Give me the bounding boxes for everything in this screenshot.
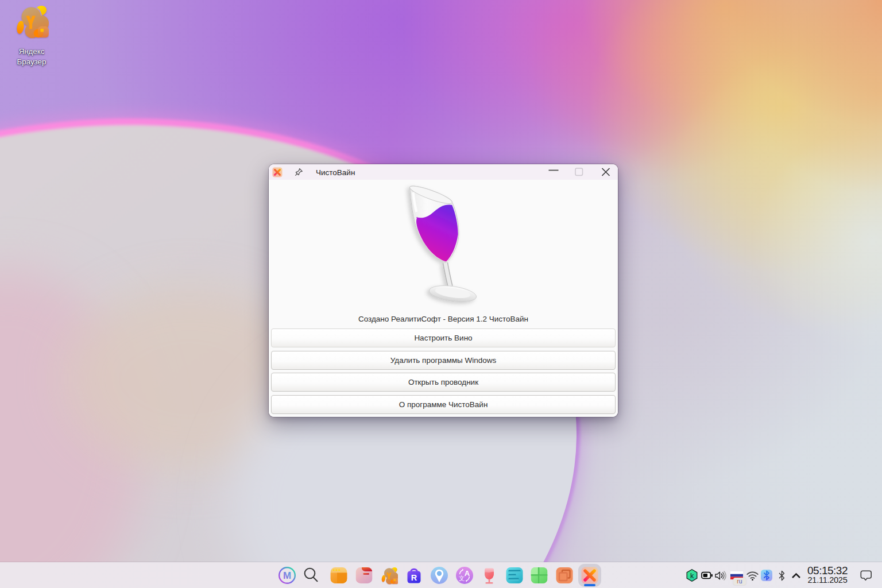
svg-text:R: R	[411, 573, 417, 582]
svg-text:k: k	[690, 572, 694, 580]
svg-text:M: M	[283, 570, 291, 581]
svg-text:文: 文	[458, 575, 465, 582]
svg-text:A: A	[464, 569, 470, 578]
